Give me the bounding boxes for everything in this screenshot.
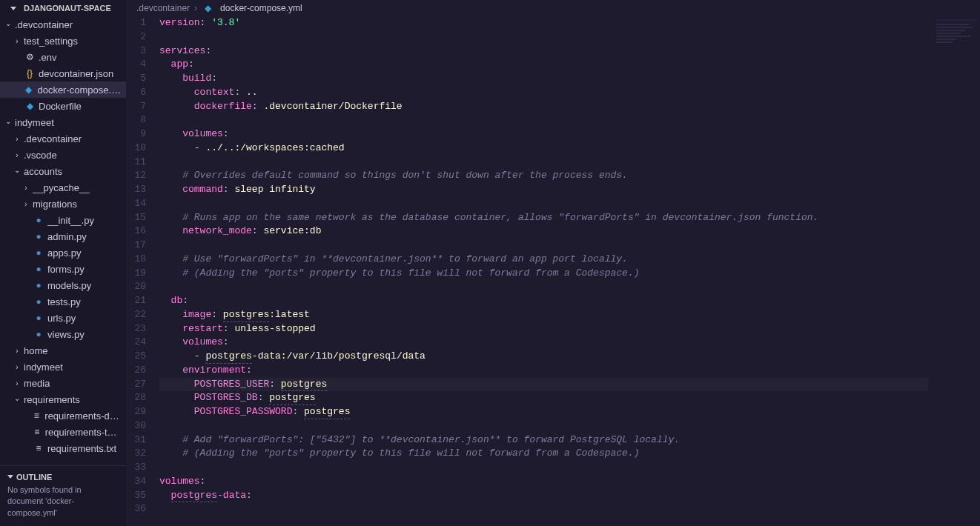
- chevron-right-icon: [22, 200, 30, 208]
- folder-migrations[interactable]: migrations: [0, 196, 126, 212]
- tree-item-label: forms.py: [47, 264, 85, 275]
- file---init---py[interactable]: ●__init__.py: [0, 212, 126, 228]
- folder-test-settings[interactable]: test_settings: [0, 33, 126, 49]
- code-line[interactable]: app:: [159, 58, 980, 72]
- file-dockerfile[interactable]: ◆Dockerfile: [0, 98, 126, 114]
- code-line[interactable]: environment:: [159, 364, 980, 378]
- code-line[interactable]: [159, 419, 980, 433]
- chevron-right-icon: [13, 135, 21, 143]
- tree-item-label: requirements-dev.t...: [44, 410, 122, 422]
- tree-item-label: __pycache__: [33, 182, 90, 193]
- breadcrumb[interactable]: .devcontainer › ◆ docker-compose.yml: [126, 0, 980, 16]
- file-requirements-test----[interactable]: ≡requirements-test....: [0, 424, 126, 440]
- code-line[interactable]: [159, 239, 980, 253]
- folder-accounts[interactable]: accounts: [0, 163, 126, 179]
- code-line[interactable]: [159, 502, 980, 516]
- tree-item-label: views.py: [47, 329, 85, 340]
- folder-requirements[interactable]: requirements: [0, 391, 126, 407]
- env-icon: ⚙: [24, 52, 36, 62]
- file--env[interactable]: ⚙.env: [0, 49, 126, 65]
- breadcrumb-separator: ›: [194, 3, 197, 13]
- py-icon: ●: [33, 231, 44, 242]
- chevron-right-icon: [13, 379, 21, 387]
- code-line[interactable]: context: ..: [159, 86, 980, 100]
- tree-item-label: .devcontainer: [15, 19, 73, 30]
- folder-indymeet[interactable]: indymeet: [0, 114, 126, 130]
- file-requirements-txt[interactable]: ≡requirements.txt: [0, 440, 126, 456]
- code-line[interactable]: image: postgres:latest: [159, 308, 980, 322]
- outline-panel: OUTLINE No symbols found in document 'do…: [0, 465, 126, 526]
- code-line[interactable]: volumes:: [159, 336, 980, 350]
- chevron-down-icon: [4, 21, 12, 29]
- code-line[interactable]: services:: [159, 44, 980, 59]
- tree-item-label: .env: [39, 52, 57, 63]
- file-models-py[interactable]: ●models.py: [0, 277, 126, 293]
- chevron-right-icon: [13, 151, 21, 159]
- file-apps-py[interactable]: ●apps.py: [0, 244, 126, 261]
- tree-item-label: devcontainer.json: [39, 68, 113, 79]
- code-line[interactable]: [159, 113, 980, 127]
- chevron-right-icon: [13, 347, 21, 355]
- file-admin-py[interactable]: ●admin.py: [0, 228, 126, 244]
- folder-indymeet[interactable]: indymeet: [0, 359, 126, 375]
- code-line[interactable]: db:: [159, 294, 980, 308]
- code-line[interactable]: build:: [159, 72, 980, 86]
- code-line[interactable]: # Use "forwardPorts" in **devcontainer.j…: [159, 253, 980, 267]
- code-line[interactable]: volumes:: [159, 127, 980, 142]
- code-line[interactable]: [159, 156, 980, 170]
- code-line[interactable]: dockerfile: .devcontainer/Dockerfile: [159, 100, 980, 114]
- folder--devcontainer[interactable]: .devcontainer: [0, 16, 126, 33]
- file-devcontainer-json[interactable]: {}devcontainer.json: [0, 65, 126, 81]
- code-editor[interactable]: 1234567891011121314151617181920212223242…: [126, 16, 980, 526]
- folder---pycache--[interactable]: __pycache__: [0, 179, 126, 196]
- code-line[interactable]: POSTGRES_DB: postgres: [159, 391, 980, 405]
- outline-title[interactable]: OUTLINE: [7, 470, 119, 485]
- folder-media[interactable]: media: [0, 375, 126, 391]
- py-icon: ●: [33, 280, 44, 290]
- code-line[interactable]: POSTGRES_PASSWORD: postgres: [159, 405, 980, 419]
- file-requirements-dev-t---[interactable]: ≡requirements-dev.t...: [0, 407, 126, 424]
- code-line[interactable]: network_mode: service:db: [159, 224, 980, 239]
- code-line[interactable]: version: '3.8': [159, 16, 980, 30]
- code-line[interactable]: restart: unless-stopped: [159, 322, 980, 336]
- explorer-title[interactable]: DJANGONAUT-SPACE: [0, 0, 126, 16]
- code-line[interactable]: # (Adding the "ports" property to this f…: [159, 447, 980, 461]
- tree-item-label: docker-compose.yml: [37, 84, 122, 96]
- code-line[interactable]: volumes:: [159, 475, 980, 489]
- code-line[interactable]: [159, 30, 980, 44]
- chevron-right-icon: [13, 37, 21, 45]
- code-content[interactable]: version: '3.8'services: app: build: cont…: [159, 16, 980, 526]
- py-icon: ●: [33, 215, 44, 225]
- code-line[interactable]: # Runs app on the same network as the da…: [159, 211, 980, 225]
- code-line[interactable]: # (Adding the "ports" property to this f…: [159, 267, 980, 281]
- file-docker-compose-yml[interactable]: ◆docker-compose.yml: [0, 81, 126, 98]
- breadcrumb-folder[interactable]: .devcontainer: [136, 3, 190, 13]
- code-line[interactable]: - ../..:/workspaces:cached: [159, 142, 980, 156]
- code-line[interactable]: # Add "forwardPorts": ["5432"] to **devc…: [159, 433, 980, 447]
- file-views-py[interactable]: ●views.py: [0, 326, 126, 342]
- folder--vscode[interactable]: .vscode: [0, 147, 126, 163]
- code-line[interactable]: postgres-data:: [159, 489, 980, 503]
- folder--devcontainer[interactable]: .devcontainer: [0, 130, 126, 147]
- code-line[interactable]: - postgres-data:/var/lib/postgresql/data: [159, 350, 980, 364]
- code-line[interactable]: POSTGRES_USER: postgres: [159, 378, 980, 392]
- minimap[interactable]: [936, 19, 977, 49]
- chevron-down-icon: [13, 396, 21, 404]
- code-line[interactable]: command: sleep infinity: [159, 183, 980, 197]
- folder-home[interactable]: home: [0, 342, 126, 359]
- code-line[interactable]: [159, 197, 980, 211]
- file-tests-py[interactable]: ●tests.py: [0, 293, 126, 310]
- tree-item-label: urls.py: [47, 313, 76, 324]
- tree-item-label: home: [24, 345, 48, 356]
- code-line[interactable]: # Overrides default command so things do…: [159, 169, 980, 183]
- tree-item-label: indymeet: [24, 362, 63, 373]
- tree-item-label: apps.py: [47, 247, 82, 259]
- tree-item-label: models.py: [47, 280, 91, 291]
- breadcrumb-file[interactable]: ◆ docker-compose.yml: [202, 3, 302, 13]
- code-line[interactable]: [159, 461, 980, 475]
- file-forms-py[interactable]: ●forms.py: [0, 261, 126, 277]
- txt-icon: ≡: [31, 410, 42, 421]
- file-urls-py[interactable]: ●urls.py: [0, 310, 126, 326]
- code-line[interactable]: [159, 280, 980, 294]
- tree-item-label: Dockerfile: [39, 101, 82, 112]
